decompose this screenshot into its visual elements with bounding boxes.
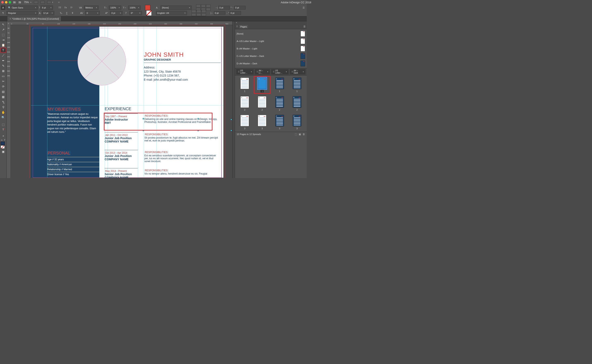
- left-indent-field[interactable]: [218, 6, 230, 10]
- experience-heading[interactable]: EXPERIENCE: [105, 106, 131, 111]
- master-item[interactable]: A–US Letter Master – Light: [235, 37, 307, 45]
- pencil-tool-icon[interactable]: ✎: [1, 64, 6, 68]
- page-thumb-cell[interactable]: C1: [273, 78, 286, 92]
- strikethrough-icon[interactable]: T: [70, 11, 75, 15]
- view-mode-icon[interactable]: ▣: [1, 149, 6, 154]
- type-tool-icon[interactable]: T: [1, 48, 6, 52]
- content-collector-icon[interactable]: 📋: [1, 43, 6, 47]
- panel-menu-icon[interactable]: ☰: [303, 25, 306, 28]
- personal-row[interactable]: Age // 32 years: [47, 157, 101, 161]
- vscale-field[interactable]: 100%: [109, 6, 121, 10]
- personal-row[interactable]: Driver license // Yes: [47, 172, 101, 176]
- personal-row[interactable]: Nationality // American: [47, 162, 101, 166]
- experience-entry[interactable]: May 2014 - Present Senior Job Position C…: [105, 168, 221, 178]
- experience-entry[interactable]: Oct 2013 - Apr 2014 Junior Job Position …: [105, 150, 221, 161]
- page-thumb-cell[interactable]: C2: [273, 96, 286, 111]
- default-fill-swatch[interactable]: [1, 142, 5, 145]
- kerning-field[interactable]: Metrics: [84, 6, 98, 10]
- master-item[interactable]: C–US Letter Master – Dark: [235, 52, 307, 60]
- close-icon[interactable]: ×: [236, 21, 237, 24]
- underline-icon[interactable]: T: [65, 11, 69, 15]
- page-thumb-cell[interactable]: D2: [290, 96, 304, 111]
- free-transform-icon[interactable]: ⟳: [1, 84, 6, 89]
- character-formatting-icon[interactable]: A: [1, 5, 5, 10]
- panel-menu-icon[interactable]: ☰: [301, 5, 306, 10]
- gap-tool-icon[interactable]: ⇥: [1, 38, 6, 42]
- page-thumb-cell[interactable]: B2: [255, 96, 269, 111]
- photo-placeholder-circle[interactable]: [78, 37, 126, 85]
- rectangle-frame-icon[interactable]: ⊠: [1, 69, 6, 73]
- font-family-field[interactable]: 🔍Open Sans: [7, 6, 38, 10]
- baseline-field[interactable]: 0 pt: [110, 11, 123, 15]
- page-thumb-cell[interactable]: A1: [238, 78, 252, 92]
- view-options-icon[interactable]: [34, 1, 38, 4]
- direct-selection-tool-icon[interactable]: ↗: [1, 27, 6, 32]
- master-item[interactable]: D–A4 Master – Dark: [235, 60, 307, 67]
- contact-block[interactable]: Address: 123 Street, City, State 45678 P…: [144, 65, 188, 82]
- formatting-text-icon[interactable]: T: [4, 139, 6, 141]
- fill-color-swatch[interactable]: [145, 5, 150, 10]
- selection-handle[interactable]: [231, 119, 232, 120]
- page-thumb-cell[interactable]: D1: [290, 78, 304, 92]
- canvas[interactable]: 0367210814418021625228832436039643246850…: [10, 21, 232, 178]
- chevron-down-icon[interactable]: ▾: [30, 1, 32, 3]
- paragraph-formatting-icon[interactable]: ¶: [1, 11, 5, 15]
- new-page-icon[interactable]: ▣: [299, 133, 301, 136]
- page-tool-icon[interactable]: ⬚: [1, 32, 6, 37]
- character-style-field[interactable]: [None]: [161, 6, 192, 10]
- subscript-icon[interactable]: T₁: [59, 11, 63, 15]
- close-icon[interactable]: ×: [10, 17, 11, 20]
- selection-handle[interactable]: [231, 130, 232, 131]
- page-thumb-cell[interactable]: B1: [255, 78, 269, 92]
- font-style-field[interactable]: Regular: [7, 11, 38, 15]
- formatting-container-icon[interactable]: ◻: [1, 139, 3, 141]
- page[interactable]: JOHN SMITH GRAPHIC DESIGNER Address: 123…: [31, 27, 223, 178]
- skew-field[interactable]: 0°: [130, 11, 142, 15]
- right-indent-field[interactable]: [214, 11, 225, 15]
- eyedropper-tool-icon[interactable]: ⚲: [1, 105, 6, 109]
- pages-tab[interactable]: Pages: [239, 25, 248, 28]
- zoom-level[interactable]: 75%: [24, 1, 29, 4]
- page-thumb-cell[interactable]: B3: [255, 115, 269, 130]
- pen-tool-icon[interactable]: ✒: [1, 58, 6, 63]
- spread-tab[interactable]: A4 – Li…▾: [255, 69, 270, 74]
- apply-text-fill-icon[interactable]: T: [1, 127, 6, 132]
- spread-tab[interactable]: US Letter…▾: [236, 69, 254, 74]
- experience-entry[interactable]: Jan 2011 - Oct 2013 Junior Job Position …: [105, 132, 221, 143]
- language-field[interactable]: English: UK: [156, 11, 187, 15]
- hand-tool-icon[interactable]: ✋: [1, 110, 6, 115]
- selection-handle[interactable]: [198, 130, 199, 131]
- page-thumb-cell[interactable]: A2: [238, 96, 252, 111]
- scissors-tool-icon[interactable]: ✂: [1, 79, 6, 84]
- page-thumb-cell[interactable]: C3: [273, 115, 286, 130]
- delete-page-icon[interactable]: 🗑: [303, 133, 305, 136]
- master-item[interactable]: [None]: [235, 30, 307, 37]
- leading-field[interactable]: 12 pt: [42, 11, 54, 15]
- document-tab[interactable]: ×*Untitled-1 @ 75% [GPU Preview] [Conver…: [7, 16, 61, 21]
- screen-mode-icon[interactable]: [40, 1, 45, 4]
- stroke-color-swatch[interactable]: [146, 11, 151, 15]
- justify-align-group[interactable]: [192, 10, 206, 16]
- selection-handle[interactable]: [198, 118, 199, 119]
- caps-icon[interactable]: TT: [58, 5, 62, 10]
- line-tool-icon[interactable]: ／: [1, 53, 6, 58]
- fill-stroke-toggle-icon[interactable]: ⬚: [1, 122, 6, 127]
- default-stroke-swatch[interactable]: [1, 145, 5, 149]
- spread-tab[interactable]: A4 – Dark▾: [290, 69, 306, 74]
- smallcaps-icon[interactable]: Tᴛ: [63, 5, 68, 10]
- lastline-indent-field[interactable]: [230, 11, 241, 15]
- resume-subtitle[interactable]: GRAPHIC DESIGNER: [144, 58, 171, 61]
- gpu-preview-icon[interactable]: ✦: [57, 0, 61, 4]
- swap-fill-stroke-icon[interactable]: ⇄: [1, 134, 6, 138]
- objectives-body[interactable]: "Maecenas euismod rutrum augue eu elemen…: [47, 112, 99, 134]
- experience-entry[interactable]: Sep 1997 – Present Adobe Instructor RMT …: [105, 114, 221, 124]
- panel-grip-icon[interactable]: ⠿: [236, 25, 238, 28]
- personal-heading[interactable]: PERSONAL: [47, 151, 71, 156]
- master-item[interactable]: B–A4 Master – Light: [235, 45, 307, 52]
- personal-row[interactable]: Relationship // Married: [47, 167, 101, 171]
- page-thumb-cell[interactable]: D3: [290, 115, 304, 130]
- zoom-tool-icon[interactable]: 🔍: [1, 115, 6, 120]
- window-minimize-icon[interactable]: [5, 1, 7, 4]
- window-close-icon[interactable]: [1, 1, 4, 4]
- superscript-icon[interactable]: T¹: [69, 5, 74, 10]
